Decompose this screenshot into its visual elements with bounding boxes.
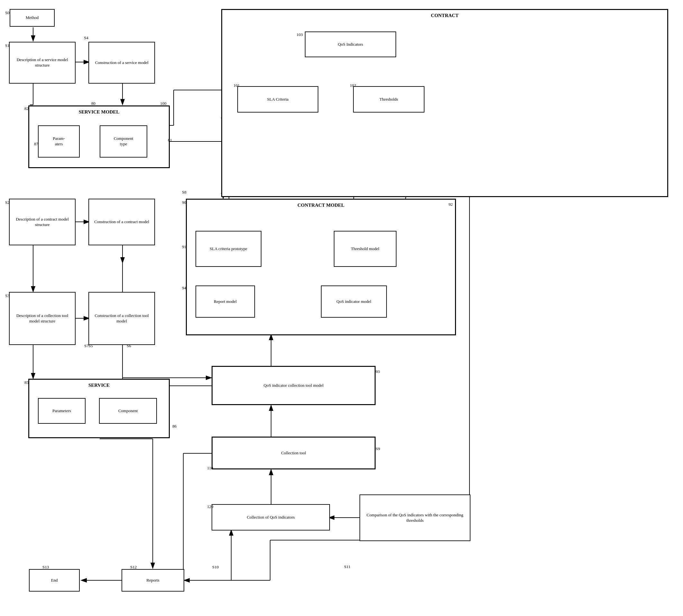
n81-label: 81 [168, 138, 172, 143]
collection-qos-label: Collection of QoS indicators [247, 515, 294, 520]
n90-label: 90 [182, 200, 186, 205]
parameters-label: Param-aters [53, 136, 65, 147]
collection-qos-box: Collection of QoS indicators [212, 504, 330, 530]
n101-label: 101 [234, 83, 240, 88]
s10-label: S10 [212, 565, 219, 570]
s6-label: S6 [127, 343, 131, 349]
comparison-label: Comparison of the QoS indicators with th… [362, 512, 468, 523]
diagram-container: Method S0 Description of a service model… [0, 0, 683, 616]
n93-label: 93 [376, 369, 380, 375]
s1-label: S1 [5, 43, 10, 48]
report-model-label: Report model [214, 299, 237, 305]
thresholds-box: Thresholds [353, 86, 424, 112]
n102-label: 102 [350, 83, 356, 88]
n103-label: 103 [296, 32, 303, 38]
service-model-title: SERVICE MODEL [79, 109, 119, 115]
n94-label: 94 [182, 286, 186, 291]
contract-construct-label: Construction of a contract model [94, 219, 149, 225]
n91-label: 91 [182, 244, 186, 250]
service-desc-label: Description of a service model structure [12, 57, 73, 68]
component-type-label: Componenttype [114, 136, 133, 147]
end-box: End [29, 569, 80, 592]
s0-label: S0 [5, 10, 10, 16]
collection-construct-box: Construction of a collection tool model [88, 292, 155, 345]
contract-title: CONTRACT [431, 13, 459, 19]
s9-label: S9 [376, 446, 380, 452]
contract-desc-label: Description of a contract model structur… [12, 217, 73, 228]
n92-label: 92 [448, 202, 453, 207]
collection-desc-box: Description of a collection tool model s… [9, 292, 75, 345]
qos-indicators-box: QoS Indicators [305, 31, 396, 57]
threshold-model-label: Threshold model [351, 246, 379, 252]
collection-tool-label: Collection tool [281, 450, 306, 456]
qos-indicator-model-box: QoS indicator model [321, 286, 387, 317]
component-type-box: Componenttype [100, 125, 147, 157]
sla-criteria-label: SLA Criteria [267, 97, 289, 102]
s11-label: S11 [344, 564, 351, 570]
report-model-box: Report model [196, 286, 255, 317]
service-construct-box: Construction of a service model [88, 42, 155, 84]
qos-collection-model-box: QoS indicator collection tool model [212, 366, 376, 405]
service-title: SERVICE [88, 382, 110, 389]
component-service-box: Component [99, 398, 157, 424]
reports-label: Reports [146, 578, 159, 583]
comparison-box: Comparison of the QoS indicators with th… [359, 494, 470, 541]
qos-indicators-label: QoS Indicators [338, 42, 363, 47]
n110-label: 110 [207, 465, 213, 471]
contract-desc-box: Description of a contract model structur… [9, 199, 75, 245]
parameters-service-box: Parameters [38, 398, 86, 424]
sla-criteria-box: SLA Criteria [237, 86, 318, 112]
sla-criteria-proto-box: SLA criteria prototype [196, 231, 261, 267]
parameters-box: Param-aters [38, 125, 80, 157]
n80-label: 80 [91, 101, 95, 106]
end-label: End [51, 578, 58, 583]
n100a-label: 100 [160, 101, 167, 106]
n82-label: 82 [24, 106, 29, 112]
collection-desc-label: Description of a collection tool model s… [12, 313, 73, 324]
method-box: Method [10, 9, 55, 27]
n87-label: 87 [34, 141, 38, 147]
thresholds-label: Thresholds [379, 97, 398, 102]
service-construct-label: Construction of a service model [95, 60, 148, 66]
s3-label: S3 [5, 293, 10, 299]
n85-label: 85 [24, 380, 29, 386]
component-service-label: Component [118, 408, 138, 414]
threshold-model-box: Threshold model [334, 231, 396, 267]
parameters-service-label: Parameters [52, 408, 71, 414]
n120-label: 120 [207, 504, 214, 510]
n86-label: 86 [172, 424, 177, 429]
collection-construct-label: Construction of a collection tool model [91, 313, 152, 324]
qos-indicator-model-label: QoS indicator model [336, 299, 371, 305]
reports-box: Reports [122, 569, 184, 592]
contract-model-title: CONTRACT MODEL [298, 202, 345, 208]
qos-collection-model-label: QoS indicator collection tool model [264, 383, 324, 388]
s8-label: S8 [182, 190, 186, 195]
collection-tool-box: Collection tool [212, 437, 376, 469]
s4-label: S4 [84, 35, 88, 41]
s12-label: S12 [130, 565, 137, 570]
s7-label: S7 [84, 343, 89, 349]
s2-label: S2 [5, 200, 10, 205]
sla-criteria-proto-label: SLA criteria prototype [210, 246, 247, 252]
s13-label: S13 [42, 565, 49, 570]
contract-construct-box: Construction of a contract model [88, 199, 155, 245]
method-label: Method [26, 15, 39, 21]
service-desc-box: Description of a service model structure [9, 42, 75, 84]
